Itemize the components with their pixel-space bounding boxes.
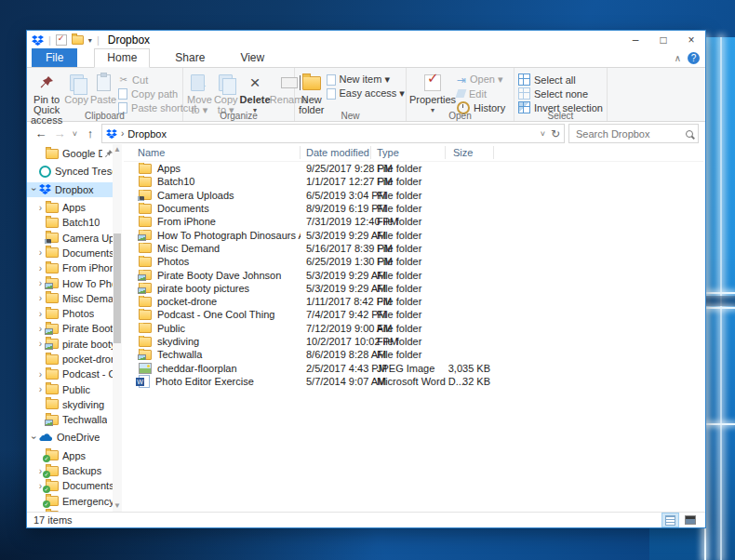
- sidebar-item-podcast-one-c[interactable]: ›Podcast - One C: [27, 367, 113, 381]
- sidebar-item-google-drive[interactable]: Google Drive: [27, 146, 113, 161]
- delete-button[interactable]: × Delete ▾: [240, 71, 271, 115]
- chevron-right-icon[interactable]: ›: [35, 384, 46, 394]
- details-view-button[interactable]: [662, 513, 679, 527]
- sidebar-item-pirate-booty-dav[interactable]: ›Pirate Booty Dav: [27, 321, 113, 336]
- close-button[interactable]: ×: [677, 31, 705, 49]
- sidebar-item-from-iphone[interactable]: ›From iPhone: [27, 260, 113, 275]
- search-icon[interactable]: [686, 130, 693, 138]
- edit-button[interactable]: Edit: [457, 87, 505, 100]
- search-box[interactable]: [568, 124, 699, 143]
- sidebar-item-pirate-booty-pict[interactable]: ›pirate booty pict: [27, 337, 113, 352]
- sidebar-item-synced-tresors[interactable]: Synced Tresors: [27, 164, 113, 179]
- file-row-techwalla[interactable]: Techwalla8/6/2019 8:28 AMFile folder: [124, 348, 703, 361]
- file-row-cheddar-floorplan[interactable]: cheddar-floorplan2/5/2017 4:43 PMJPEG Im…: [124, 361, 703, 374]
- tab-file[interactable]: File: [32, 48, 77, 67]
- file-size: 3,035 KB: [446, 363, 494, 374]
- breadcrumb-location[interactable]: Dropbox: [127, 128, 167, 140]
- file-row-from-iphone[interactable]: From iPhone7/31/2019 12:40 PMFile folder: [124, 215, 703, 228]
- scrollbar-thumb[interactable]: [114, 233, 121, 343]
- column-header-name[interactable]: Name: [124, 146, 301, 159]
- file-row-batch10[interactable]: Batch101/1/2017 12:27 PMFile folder: [124, 175, 703, 188]
- file-row-skydiving[interactable]: skydiving10/2/2017 10:02 PMFile folder: [124, 335, 703, 348]
- help-icon[interactable]: ?: [688, 52, 700, 64]
- sidebar-item-label: Photos: [62, 308, 94, 319]
- sidebar-item-batch10[interactable]: Batch10: [27, 215, 113, 230]
- sidebar-item-techwalla[interactable]: Techwalla: [27, 412, 113, 427]
- paste-button[interactable]: Paste: [90, 71, 116, 105]
- select-all-button[interactable]: Select all: [518, 73, 603, 86]
- column-header-date-modified[interactable]: Date modified: [301, 146, 371, 159]
- sidebar-item-misc-demand[interactable]: ›Misc Demand: [27, 291, 113, 306]
- sidebar-scrollbar[interactable]: ▲ ▼: [113, 144, 122, 512]
- up-button[interactable]: ↑: [83, 127, 98, 140]
- file-row-podcast-one-cool-thing[interactable]: Podcast - One Cool Thing7/4/2017 9:42 PM…: [124, 308, 703, 321]
- file-row-apps[interactable]: Apps9/25/2017 9:28 PMFile folder: [124, 162, 703, 175]
- copy-to-button[interactable]: Copy to ▾: [214, 71, 238, 115]
- minimize-button[interactable]: –: [621, 31, 649, 49]
- easy-access-button[interactable]: Easy access ▾: [327, 87, 405, 100]
- file-row-pirate-booty-pictures[interactable]: pirate booty pictures5/3/2019 9:29 AMFil…: [124, 282, 703, 295]
- file-row-photo-editor-exercise[interactable]: Photo Editor Exercise5/7/2014 9:07 AMMic…: [124, 375, 703, 388]
- sidebar-item-how-to-photogra[interactable]: ›How To Photogra: [27, 275, 113, 290]
- new-folder-quick-icon[interactable]: [72, 35, 84, 45]
- file-row-how-to-photograph-dinosaurs-and-othe[interactable]: How To Photograph Dinosaurs And Othe...5…: [124, 228, 703, 241]
- tab-home[interactable]: Home: [94, 48, 150, 68]
- properties-quick-icon[interactable]: [56, 34, 67, 46]
- sidebar-item-apps[interactable]: ›Apps: [27, 200, 113, 215]
- file-row-camera-uploads[interactable]: Camera Uploads6/5/2019 3:04 PMFile folde…: [124, 189, 703, 202]
- column-header-size[interactable]: Size: [446, 146, 494, 159]
- sidebar-item-documents[interactable]: ›Documents: [27, 246, 113, 260]
- address-dropdown-icon[interactable]: ˅: [541, 129, 545, 139]
- collapse-ribbon-icon[interactable]: ∧: [675, 53, 681, 63]
- copy-button[interactable]: Copy: [64, 71, 88, 105]
- sidebar-item-camera-uploads[interactable]: Camera Uploads: [27, 230, 113, 245]
- new-item-button[interactable]: New item ▾: [327, 73, 405, 86]
- select-none-button[interactable]: Select none: [518, 87, 603, 100]
- chevron-right-icon[interactable]: ›: [35, 247, 46, 258]
- scroll-up-icon[interactable]: ▲: [113, 144, 122, 155]
- chevron-right-icon[interactable]: ›: [35, 293, 46, 303]
- tab-share[interactable]: Share: [163, 49, 217, 67]
- chevron-right-icon[interactable]: ›: [35, 369, 46, 380]
- file-row-public[interactable]: Public7/12/2019 9:00 AMFile folder: [124, 322, 703, 335]
- properties-icon: [424, 73, 441, 93]
- sidebar-item-backups[interactable]: ›Backups: [27, 463, 113, 478]
- scroll-down-icon[interactable]: ▼: [113, 500, 122, 512]
- sidebar-item-photos[interactable]: ›Photos: [27, 306, 113, 321]
- forward-button[interactable]: →: [52, 127, 67, 140]
- open-button[interactable]: ⇥Open ▾: [457, 73, 505, 86]
- sidebar-item-skydiving[interactable]: skydiving: [27, 397, 113, 412]
- new-folder-button[interactable]: New folder: [299, 71, 325, 115]
- folder-icon: [46, 496, 59, 506]
- thumbnails-view-button[interactable]: [681, 513, 699, 527]
- chevron-right-icon[interactable]: ›: [35, 263, 46, 273]
- sidebar-item-dropbox[interactable]: ›Dropbox: [27, 182, 113, 197]
- recent-locations-icon[interactable]: ˅: [71, 129, 79, 139]
- tab-view[interactable]: View: [228, 49, 276, 67]
- chevron-right-icon[interactable]: ›: [35, 203, 46, 213]
- column-header-type[interactable]: Type: [371, 146, 446, 159]
- breadcrumb[interactable]: › Dropbox ˅ ↻: [101, 124, 565, 143]
- qat-dropdown-icon[interactable]: ▾: [88, 36, 92, 45]
- file-row-misc-demand[interactable]: Misc Demand5/16/2017 8:39 PMFile folder: [124, 242, 703, 255]
- sidebar-item-public[interactable]: ›Public: [27, 381, 113, 396]
- maximize-button[interactable]: □: [649, 31, 677, 49]
- search-input[interactable]: [574, 127, 686, 140]
- chevron-down-icon[interactable]: ›: [29, 184, 39, 194]
- file-row-documents[interactable]: Documents8/9/2019 6:19 PMFile folder: [124, 202, 703, 215]
- sidebar-item-pocket-drone[interactable]: pocket-drone: [27, 352, 113, 367]
- title-bar[interactable]: | ▾ | Dropbox – □ ×: [27, 31, 705, 49]
- refresh-icon[interactable]: ↻: [551, 127, 560, 140]
- sidebar-item-onedrive[interactable]: ›OneDrive: [27, 430, 113, 445]
- sidebar-item-emergency-per[interactable]: Emergency - Per: [27, 494, 113, 509]
- chevron-right-icon[interactable]: ›: [35, 309, 46, 319]
- properties-button[interactable]: Properties ▾: [410, 71, 455, 115]
- file-row-pocket-drone[interactable]: pocket-drone1/11/2017 8:42 PMFile folder: [124, 295, 703, 308]
- file-row-photos[interactable]: Photos6/25/2019 1:30 PMFile folder: [124, 255, 703, 268]
- chevron-down-icon[interactable]: ›: [29, 433, 39, 443]
- file-row-pirate-booty-dave-johnson[interactable]: Pirate Booty Dave Johnson5/3/2019 9:29 A…: [124, 268, 703, 281]
- sidebar-item-documents[interactable]: ›Documents: [27, 478, 113, 493]
- back-button[interactable]: ←: [33, 127, 48, 140]
- sidebar-item-apps[interactable]: Apps: [27, 448, 113, 463]
- move-to-button[interactable]: ← Move to ▾: [187, 71, 212, 115]
